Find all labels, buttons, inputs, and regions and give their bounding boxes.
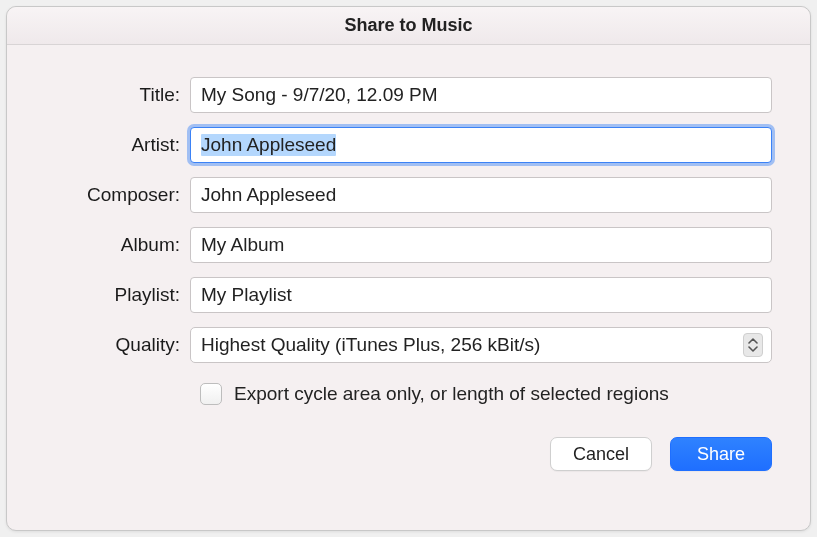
window-title: Share to Music bbox=[344, 15, 472, 36]
quality-value: Highest Quality (iTunes Plus, 256 kBit/s… bbox=[201, 334, 540, 356]
quality-select[interactable]: Highest Quality (iTunes Plus, 256 kBit/s… bbox=[190, 327, 772, 363]
artist-value-selected: John Appleseed bbox=[201, 134, 336, 156]
label-composer: Composer: bbox=[45, 184, 190, 206]
album-field[interactable] bbox=[190, 227, 772, 263]
label-playlist: Playlist: bbox=[45, 284, 190, 306]
playlist-field[interactable] bbox=[190, 277, 772, 313]
up-down-stepper-icon bbox=[743, 333, 763, 357]
row-quality: Quality: Highest Quality (iTunes Plus, 2… bbox=[45, 327, 772, 363]
row-album: Album: bbox=[45, 227, 772, 263]
share-to-music-dialog: Share to Music Title: Artist: John Apple… bbox=[6, 6, 811, 531]
label-artist: Artist: bbox=[45, 134, 190, 156]
title-field[interactable] bbox=[190, 77, 772, 113]
composer-field[interactable] bbox=[190, 177, 772, 213]
export-cycle-checkbox[interactable] bbox=[200, 383, 222, 405]
label-quality: Quality: bbox=[45, 334, 190, 356]
label-album: Album: bbox=[45, 234, 190, 256]
label-title: Title: bbox=[45, 84, 190, 106]
row-artist: Artist: John Appleseed bbox=[45, 127, 772, 163]
dialog-content: Title: Artist: John Appleseed Composer: … bbox=[7, 45, 810, 530]
share-button[interactable]: Share bbox=[670, 437, 772, 471]
row-playlist: Playlist: bbox=[45, 277, 772, 313]
row-export-cycle: Export cycle area only, or length of sel… bbox=[45, 383, 772, 405]
artist-field[interactable]: John Appleseed bbox=[190, 127, 772, 163]
row-composer: Composer: bbox=[45, 177, 772, 213]
button-row: Cancel Share bbox=[45, 437, 772, 471]
cancel-button[interactable]: Cancel bbox=[550, 437, 652, 471]
window-titlebar: Share to Music bbox=[7, 7, 810, 45]
export-cycle-label: Export cycle area only, or length of sel… bbox=[234, 383, 669, 405]
row-title: Title: bbox=[45, 77, 772, 113]
